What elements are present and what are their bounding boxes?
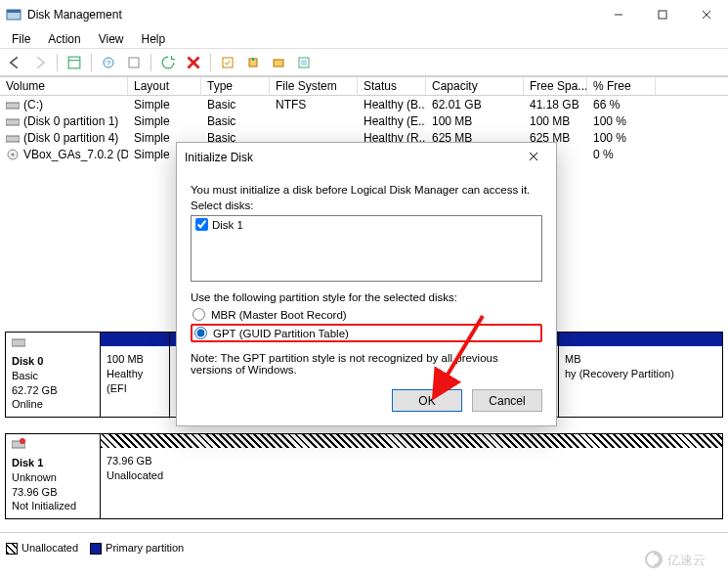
svg-text:亿速云: 亿速云	[666, 553, 706, 567]
dialog-title: Initialize Disk	[185, 151, 519, 164]
disk-info: Disk 1 Unknown 73.96 GB Not Initialized	[5, 433, 100, 519]
legend: Unallocated Primary partition	[6, 542, 184, 555]
partition-style-label: Use the following partition style for th…	[191, 291, 542, 303]
action3-icon[interactable]	[268, 52, 289, 73]
disk-unknown-icon	[12, 438, 25, 450]
disk-icon	[12, 336, 25, 348]
svg-rect-15	[274, 60, 283, 67]
svg-rect-1	[7, 10, 21, 13]
action2-icon[interactable]	[242, 52, 264, 73]
legend-unallocated-label: Unallocated	[21, 542, 78, 554]
svg-rect-10	[129, 58, 139, 67]
refresh-icon[interactable]	[157, 52, 179, 73]
partition[interactable]: 100 MBHealthy (EFI	[101, 333, 169, 417]
legend-primary-swatch	[90, 543, 102, 555]
help-icon[interactable]: ?	[98, 52, 119, 73]
mbr-option[interactable]: MBR (Master Boot Record)	[191, 307, 542, 322]
disk-info: Disk 0 Basic 62.72 GB Online	[5, 332, 100, 418]
menu-bar: File Action View Help	[0, 29, 728, 49]
dialog-close-button[interactable]	[519, 151, 548, 164]
dialog-titlebar: Initialize Disk	[177, 143, 556, 172]
gpt-label: GPT (GUID Partition Table)	[213, 328, 349, 339]
col-freespace[interactable]: Free Spa...	[524, 77, 587, 95]
disk-label: Disk 1	[12, 456, 94, 470]
volume-name: (C:)	[23, 98, 43, 111]
disk-row[interactable]: Disk 1 Unknown 73.96 GB Not Initialized …	[5, 433, 723, 519]
svg-rect-19	[6, 119, 20, 125]
col-capacity[interactable]: Capacity	[426, 77, 524, 95]
back-button[interactable]	[4, 52, 25, 73]
action4-icon[interactable]	[293, 52, 315, 73]
drive-icon	[6, 115, 20, 127]
disk1-label: Disk 1	[212, 219, 243, 231]
volume-list-header: Volume Layout Type File System Status Ca…	[0, 76, 728, 96]
delete-icon[interactable]	[183, 52, 204, 73]
maximize-button[interactable]	[640, 0, 684, 29]
window-title: Disk Management	[27, 8, 596, 22]
volume-row[interactable]: (Disk 0 partition 1) Simple Basic Health…	[0, 112, 728, 129]
col-status[interactable]: Status	[358, 77, 426, 95]
properties-icon[interactable]	[123, 52, 145, 73]
disk-label: Disk 0	[12, 354, 94, 369]
gpt-option[interactable]: GPT (GUID Partition Table)	[191, 324, 542, 342]
gpt-note: Note: The GPT partition style is not rec…	[191, 352, 542, 376]
title-bar: Disk Management	[0, 0, 728, 29]
svg-point-22	[12, 154, 15, 156]
col-filesystem[interactable]: File System	[270, 77, 358, 95]
watermark: 亿速云	[644, 548, 714, 574]
cancel-button[interactable]: Cancel	[472, 389, 542, 412]
menu-action[interactable]: Action	[40, 30, 88, 48]
disc-icon	[6, 149, 20, 160]
ok-button[interactable]: OK	[392, 389, 462, 412]
disk-select-list[interactable]: Disk 1	[191, 215, 542, 282]
col-layout[interactable]: Layout	[128, 77, 201, 95]
drive-icon	[6, 132, 20, 144]
legend-unallocated-swatch	[6, 543, 18, 555]
volume-name: (Disk 0 partition 4)	[23, 131, 118, 145]
col-type[interactable]: Type	[201, 77, 270, 95]
menu-view[interactable]: View	[91, 30, 132, 48]
disk1-checkbox[interactable]	[195, 218, 208, 231]
drive-icon	[6, 99, 20, 111]
close-button[interactable]	[684, 0, 728, 29]
mbr-radio[interactable]	[193, 308, 205, 321]
volume-name: VBox_GAs_7.0.2 (D:)	[23, 148, 128, 161]
svg-rect-17	[301, 60, 307, 66]
mbr-label: MBR (Master Boot Record)	[211, 309, 347, 321]
minimize-button[interactable]	[596, 0, 640, 29]
partition[interactable]: MBhy (Recovery Partition)	[558, 333, 722, 417]
menu-help[interactable]: Help	[134, 30, 174, 48]
action1-icon[interactable]	[217, 52, 238, 73]
volume-name: (Disk 0 partition 1)	[23, 114, 118, 128]
volume-row[interactable]: (C:) Simple Basic NTFS Healthy (B... 62.…	[0, 96, 728, 112]
app-icon	[6, 7, 21, 22]
svg-rect-20	[6, 136, 20, 142]
select-disks-label: Select disks:	[191, 200, 542, 211]
svg-text:?: ?	[107, 59, 111, 67]
col-pctfree[interactable]: % Free	[587, 77, 656, 95]
view-icon[interactable]	[64, 52, 85, 73]
partition-unallocated[interactable]: 73.96 GBUnallocated	[101, 434, 722, 518]
svg-point-25	[20, 438, 25, 444]
svg-rect-23	[12, 339, 25, 346]
svg-rect-6	[68, 57, 80, 68]
initialize-disk-dialog: Initialize Disk You must initialize a di…	[176, 142, 557, 426]
svg-rect-3	[659, 11, 666, 19]
dialog-intro: You must initialize a disk before Logica…	[191, 184, 542, 196]
toolbar: ?	[0, 49, 728, 76]
col-volume[interactable]: Volume	[0, 77, 128, 95]
legend-primary-label: Primary partition	[106, 542, 184, 554]
disk-checkbox-row[interactable]: Disk 1	[195, 218, 537, 231]
forward-button[interactable]	[29, 52, 51, 73]
gpt-radio[interactable]	[194, 327, 207, 339]
menu-file[interactable]: File	[4, 30, 38, 48]
svg-rect-18	[6, 103, 20, 109]
disk-partitions: 73.96 GBUnallocated	[100, 433, 723, 519]
divider	[0, 532, 728, 533]
